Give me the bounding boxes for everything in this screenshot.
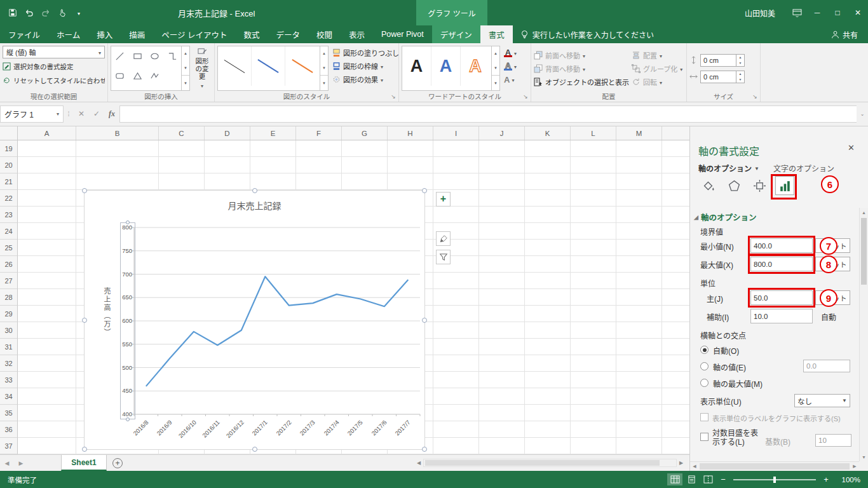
shape-fill-button[interactable]: 図形の塗りつぶし bbox=[331, 46, 405, 59]
edit-shape-button[interactable]: 図形の変更 bbox=[193, 46, 212, 91]
ribbon-tab-デザイン[interactable]: デザイン bbox=[432, 25, 480, 43]
shape-outline-button[interactable]: 図形の枠線 bbox=[331, 60, 405, 72]
worksheet-grid[interactable]: 月末売上記録 売上高（万） 40045050055060065070075080… bbox=[0, 140, 689, 454]
zoom-slider-thumb[interactable] bbox=[773, 477, 776, 483]
rounded-rectangle-icon[interactable] bbox=[111, 66, 129, 86]
ribbon-tab-書式[interactable]: 書式 bbox=[480, 25, 513, 43]
column-header-F[interactable]: F bbox=[296, 126, 342, 140]
minor-auto-label[interactable]: 自動 bbox=[821, 311, 836, 322]
gallery-down-icon[interactable] bbox=[182, 61, 189, 76]
column-header-C[interactable]: C bbox=[159, 126, 205, 140]
text-fill-button[interactable]: A bbox=[503, 46, 518, 59]
tab-axis-options[interactable]: 軸のオプション bbox=[698, 163, 752, 173]
row-header-29[interactable]: 29 bbox=[0, 306, 18, 322]
sheet-tab-active[interactable]: Sheet1 bbox=[61, 455, 107, 471]
scroll-left-icon[interactable]: ◀ bbox=[414, 460, 423, 466]
size-properties-icon[interactable] bbox=[750, 176, 769, 195]
scrollbar-thumb[interactable] bbox=[861, 218, 867, 285]
cancel-icon[interactable]: ✕ bbox=[74, 105, 89, 123]
dialog-launcher-icon[interactable] bbox=[390, 93, 397, 100]
scroll-up-icon[interactable]: ▲ bbox=[860, 208, 868, 217]
line-icon[interactable] bbox=[111, 46, 129, 66]
effects-icon[interactable] bbox=[724, 176, 743, 195]
gallery-more-icon[interactable] bbox=[182, 75, 189, 90]
enter-icon[interactable]: ✓ bbox=[89, 105, 104, 123]
column-header-M[interactable]: M bbox=[616, 126, 662, 140]
column-header-E[interactable]: E bbox=[250, 126, 296, 140]
selection-handle[interactable] bbox=[82, 188, 87, 193]
ribbon-tab-ホーム[interactable]: ホーム bbox=[48, 25, 88, 43]
gallery-up-icon[interactable] bbox=[492, 46, 499, 61]
freeform-icon[interactable] bbox=[146, 66, 164, 86]
elbow-connector-icon[interactable] bbox=[164, 46, 182, 66]
ribbon-tab-データ[interactable]: データ bbox=[268, 25, 308, 43]
horizontal-scrollbar[interactable]: ◀ ▶ bbox=[414, 458, 686, 468]
radio-automatic[interactable] bbox=[700, 346, 709, 354]
column-header-B[interactable]: B bbox=[76, 126, 159, 140]
ribbon-tab-表示[interactable]: 表示 bbox=[341, 25, 373, 43]
selection-handle[interactable] bbox=[82, 318, 87, 323]
chart-styles-button[interactable] bbox=[436, 231, 451, 246]
dialog-launcher-icon[interactable] bbox=[751, 93, 759, 100]
fill-line-icon[interactable] bbox=[699, 176, 718, 195]
row-header-24[interactable]: 24 bbox=[0, 223, 18, 240]
row-header-22[interactable]: 22 bbox=[0, 190, 18, 207]
name-box[interactable]: グラフ 1 ▾ bbox=[0, 105, 64, 123]
scrollbar-thumb[interactable] bbox=[425, 460, 660, 466]
ribbon-tab-数式[interactable]: 数式 bbox=[235, 25, 268, 43]
wordart-style-preset[interactable]: A bbox=[431, 46, 461, 86]
rotate-button[interactable]: 回転 bbox=[632, 75, 688, 88]
column-header-L[interactable]: L bbox=[571, 126, 616, 140]
wordart-style-preset[interactable]: A bbox=[402, 46, 431, 86]
row-header-28[interactable]: 28 bbox=[0, 289, 18, 306]
new-sheet-button[interactable]: + bbox=[107, 455, 128, 471]
chart-filters-button[interactable] bbox=[436, 250, 451, 264]
axis-value-input[interactable] bbox=[803, 360, 850, 372]
row-header-21[interactable]: 21 bbox=[0, 173, 18, 190]
radio-axis-maximum-label[interactable]: 軸の最大値(M) bbox=[713, 378, 763, 389]
minor-unit-input[interactable] bbox=[750, 309, 813, 323]
shape-height-input[interactable]: 0 cm bbox=[700, 54, 745, 67]
ribbon-tab-挿入[interactable]: 挿入 bbox=[88, 25, 121, 43]
undo-button[interactable] bbox=[22, 4, 37, 21]
tell-me-box[interactable]: 実行したい作業を入力してください bbox=[513, 25, 661, 43]
page-layout-view-button[interactable] bbox=[684, 473, 699, 485]
scroll-right-icon[interactable]: ▶ bbox=[677, 460, 686, 466]
format-selection-button[interactable]: 選択対象の書式設定 bbox=[3, 60, 105, 72]
page-break-preview-button[interactable] bbox=[700, 473, 715, 485]
shape-style-preset[interactable] bbox=[285, 46, 319, 86]
section-axis-options[interactable]: ◢ 軸のオプション bbox=[694, 211, 756, 223]
select-all-corner[interactable] bbox=[0, 126, 18, 140]
pane-vertical-scrollbar[interactable]: ▲ ▼ bbox=[859, 208, 868, 461]
minimize-button[interactable]: ─ bbox=[807, 0, 827, 25]
pane-horizontal-scrollbar[interactable]: ◀ ▶ bbox=[690, 461, 859, 471]
row-header-35[interactable]: 35 bbox=[0, 405, 18, 421]
tab-text-options[interactable]: 文字のオプション bbox=[773, 163, 834, 173]
save-button[interactable] bbox=[5, 4, 20, 21]
zoom-out-button[interactable]: − bbox=[718, 475, 728, 484]
wordart-style-preset[interactable]: A bbox=[461, 46, 490, 86]
zoom-in-button[interactable]: + bbox=[821, 475, 831, 484]
row-header-37[interactable]: 37 bbox=[0, 438, 18, 454]
send-backward-button[interactable]: 背面へ移動 bbox=[534, 62, 629, 75]
column-header-A[interactable]: A bbox=[18, 126, 76, 140]
ribbon-display-options-icon[interactable] bbox=[787, 0, 807, 25]
gallery-up-icon[interactable] bbox=[320, 46, 328, 61]
radio-axis-maximum[interactable] bbox=[700, 379, 709, 387]
min-value-input[interactable] bbox=[750, 238, 813, 253]
scrollbar-thumb[interactable] bbox=[700, 463, 850, 470]
zoom-slider[interactable] bbox=[733, 475, 816, 484]
dialog-launcher-icon[interactable] bbox=[522, 93, 529, 100]
column-header-K[interactable]: K bbox=[525, 126, 571, 140]
selection-handle[interactable] bbox=[252, 188, 257, 193]
axis-options-chart-icon[interactable] bbox=[775, 176, 794, 195]
show-units-checkbox-label[interactable]: 表示単位のラベルをグラフに表示する(S) bbox=[712, 413, 841, 423]
sheet-next-icon[interactable]: ▶ bbox=[14, 455, 28, 471]
share-button[interactable]: 共有 bbox=[821, 25, 868, 43]
selection-handle[interactable] bbox=[422, 188, 427, 193]
align-button[interactable]: 配置 bbox=[632, 48, 688, 62]
group-button[interactable]: グループ化 bbox=[632, 62, 688, 75]
row-header-25[interactable]: 25 bbox=[0, 240, 18, 256]
shape-effects-button[interactable]: 図形の効果 bbox=[331, 73, 405, 86]
selection-pane-button[interactable]: オブジェクトの選択と表示 bbox=[534, 75, 629, 88]
